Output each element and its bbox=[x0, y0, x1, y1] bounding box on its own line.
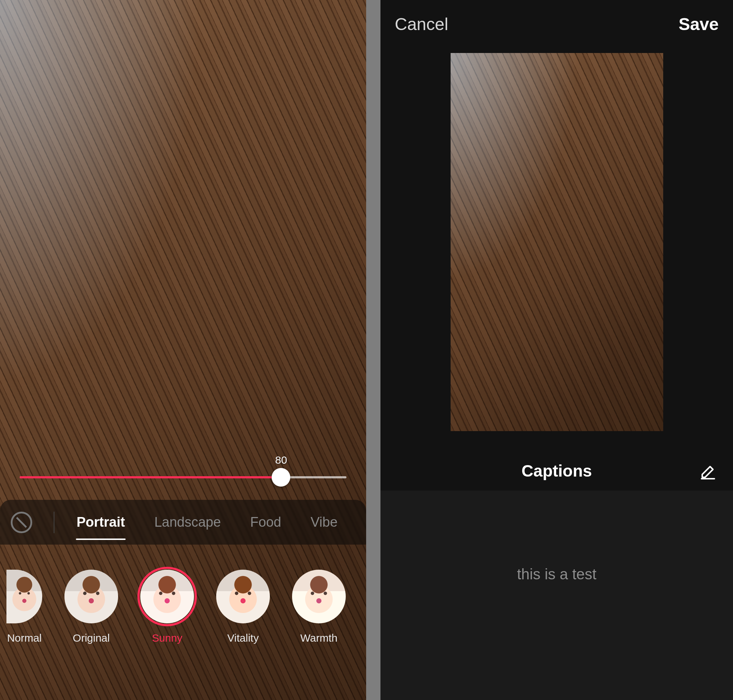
filter-preset-strip[interactable]: NormalOriginalSunnyVitalityWarmth bbox=[0, 557, 366, 657]
caption-preview-image bbox=[451, 53, 663, 431]
filter-vitality[interactable]: Vitality bbox=[216, 570, 270, 644]
filter-normal[interactable]: Normal bbox=[6, 570, 42, 644]
filter-sunny[interactable]: Sunny bbox=[140, 570, 194, 644]
filter-thumb-original[interactable] bbox=[65, 570, 118, 624]
pencil-icon bbox=[699, 462, 717, 479]
edit-caption-button[interactable] bbox=[699, 462, 717, 479]
tab-separator bbox=[54, 512, 54, 533]
captions-photo-preview[interactable] bbox=[451, 53, 663, 431]
filter-label-warmth: Warmth bbox=[300, 632, 338, 644]
cancel-button[interactable]: Cancel bbox=[395, 14, 448, 34]
tab-landscape[interactable]: Landscape bbox=[154, 511, 222, 534]
filter-intensity-slider[interactable]: 80 bbox=[20, 458, 347, 501]
captions-screen: Cancel Save Captions this is a test bbox=[380, 0, 733, 700]
caption-text: this is a test bbox=[517, 566, 596, 583]
filter-original[interactable]: Original bbox=[65, 570, 118, 644]
slider-thumb[interactable] bbox=[272, 468, 290, 487]
tab-food[interactable]: Food bbox=[250, 511, 282, 534]
filter-label-normal: Normal bbox=[7, 632, 42, 644]
no-filter-icon[interactable] bbox=[11, 512, 32, 533]
caption-text-area[interactable]: this is a test bbox=[380, 491, 733, 700]
save-button[interactable]: Save bbox=[679, 14, 719, 34]
slider-fill bbox=[20, 476, 281, 478]
filter-label-original: Original bbox=[73, 632, 110, 644]
filter-editor-screen: 80 PortraitLandscapeFoodVibe NormalOrigi… bbox=[0, 0, 366, 700]
captions-section-header: Captions bbox=[380, 451, 733, 491]
filter-thumb-warmth[interactable] bbox=[292, 570, 346, 624]
filter-thumb-sunny[interactable] bbox=[140, 570, 194, 624]
filter-thumb-normal[interactable] bbox=[6, 570, 42, 624]
screen-divider bbox=[366, 0, 380, 700]
filter-warmth[interactable]: Warmth bbox=[292, 570, 346, 644]
filter-category-tabs: PortraitLandscapeFoodVibe bbox=[0, 500, 366, 545]
tab-portrait[interactable]: Portrait bbox=[76, 511, 126, 534]
captions-header-bar: Cancel Save bbox=[395, 14, 719, 34]
filter-label-vitality: Vitality bbox=[227, 632, 259, 644]
captions-title: Captions bbox=[521, 461, 592, 481]
slider-value-label: 80 bbox=[275, 454, 287, 466]
tab-vibe[interactable]: Vibe bbox=[310, 511, 338, 534]
filter-thumb-vitality[interactable] bbox=[216, 570, 270, 624]
filter-label-sunny: Sunny bbox=[152, 632, 182, 644]
